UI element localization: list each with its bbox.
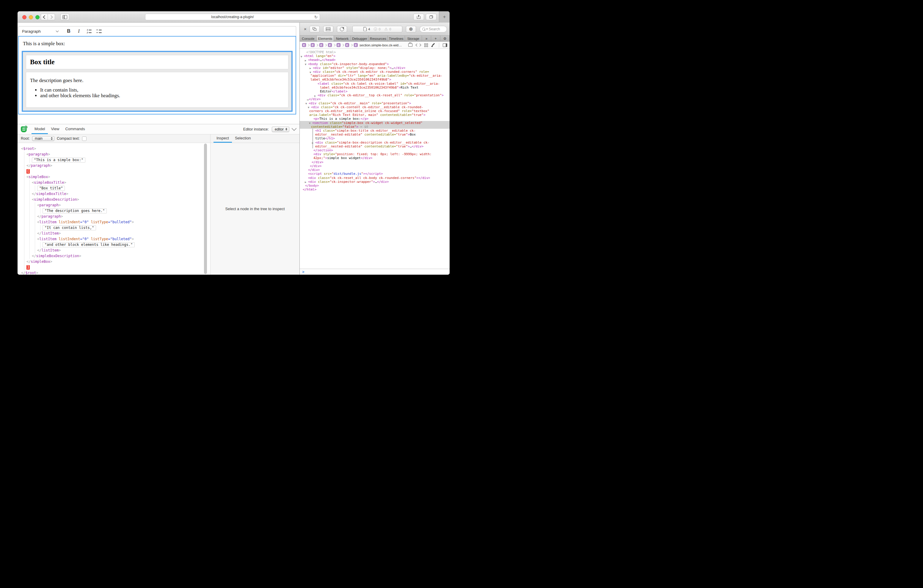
source-code-icon[interactable] bbox=[416, 44, 421, 46]
minimize-window-button[interactable] bbox=[29, 15, 33, 19]
dom-tree-line[interactable]: </body> bbox=[300, 184, 450, 187]
dom-tree-line[interactable]: ▶<div id="editor" style="display: none;"… bbox=[300, 66, 450, 70]
dom-tree-line[interactable]: <h1 class="simple-box-title ck-editor__e… bbox=[300, 129, 450, 133]
inspector-tab-model[interactable]: Model bbox=[31, 124, 48, 134]
dom-tree-line[interactable]: </html> bbox=[300, 187, 450, 191]
devtools-tab-network[interactable]: Network bbox=[334, 36, 351, 41]
model-tree-scrollbar[interactable] bbox=[204, 144, 207, 274]
devtools-tab-console[interactable]: Console bbox=[300, 36, 317, 41]
model-tree-line[interactable]: "This is a simple box:" bbox=[18, 157, 210, 163]
devtools-tab-debugger[interactable]: Debugger bbox=[351, 36, 369, 41]
dom-tree-line[interactable]: title</h1> bbox=[300, 136, 450, 140]
dom-tree-line[interactable]: ▶<div class="ck-inspector-wrapper">…</di… bbox=[300, 180, 450, 184]
model-tree-line[interactable]: <listItem listIndent="0" listType="bulle… bbox=[18, 219, 210, 225]
back-button[interactable] bbox=[41, 14, 48, 20]
italic-button[interactable]: I bbox=[75, 27, 83, 35]
dom-tree-line[interactable]: <div class="ck ck-reset_all ck-body ck-r… bbox=[300, 176, 450, 180]
reload-page-button[interactable] bbox=[337, 26, 347, 33]
dom-tree-line[interactable]: ▼<div class="ck ck-reset ck-editor ck-ro… bbox=[300, 70, 450, 74]
close-inspector-button[interactable]: × bbox=[304, 27, 307, 31]
dom-tree-line[interactable]: </div> bbox=[300, 160, 450, 164]
breadcrumb-current-node[interactable]: section.simple-box.ck-wid… bbox=[360, 43, 402, 47]
inspector-tab-commands[interactable]: Commands bbox=[62, 124, 88, 134]
dom-tree-line[interactable]: </div> bbox=[300, 164, 450, 168]
inspector-side-tab-selection[interactable]: Selection bbox=[232, 135, 254, 143]
quick-console[interactable]: > bbox=[300, 269, 450, 275]
resource-summary[interactable]: 4 ! 0 ⚠ 0 bbox=[352, 26, 402, 33]
model-tree-line[interactable]: <simpleBoxTitle> bbox=[18, 180, 210, 186]
model-tree-line[interactable]: ] bbox=[18, 264, 210, 270]
dom-tree-line[interactable]: ▼<div class="ck ck-editor__main" role="p… bbox=[300, 101, 450, 105]
close-window-button[interactable] bbox=[22, 15, 26, 19]
inspector-tab-view[interactable]: View bbox=[48, 124, 62, 134]
simple-box-title[interactable]: Box title bbox=[26, 55, 288, 69]
simple-box-description[interactable]: The description goes here. It can contai… bbox=[26, 72, 288, 108]
model-tree-line[interactable]: <paragraph> bbox=[18, 202, 210, 208]
model-tree-line[interactable]: <simpleBox> bbox=[18, 174, 210, 180]
breadcrumb-element-badge[interactable]: E bbox=[354, 43, 358, 47]
dom-tree-line[interactable]: ▶<div class="simple-box-description ck-e… bbox=[300, 141, 450, 145]
details-sidebar-icon[interactable] bbox=[443, 43, 447, 47]
dom-tree-line[interactable]: Editor</label> bbox=[300, 89, 450, 94]
element-picker-button[interactable]: ⊕ bbox=[406, 26, 416, 33]
model-tree-line[interactable]: </listItem> bbox=[18, 248, 210, 253]
devtools-tab-storage[interactable]: Storage bbox=[405, 36, 422, 41]
devtools-tab-overflow[interactable]: » bbox=[422, 36, 431, 41]
new-tab-button[interactable]: + bbox=[439, 11, 450, 23]
model-tree-line[interactable]: <listItem listIndent="0" listType="bulle… bbox=[18, 237, 210, 242]
breadcrumb-element-badge[interactable]: E bbox=[302, 43, 306, 47]
model-tree-line[interactable]: "The description goes here." bbox=[18, 208, 210, 214]
dock-bottom-button[interactable] bbox=[323, 26, 333, 33]
breadcrumb-element-badge[interactable]: E bbox=[345, 43, 349, 47]
zoom-window-button[interactable] bbox=[35, 15, 39, 19]
tab-overview-button[interactable] bbox=[426, 14, 437, 20]
devtools-tab-elements[interactable]: Elements bbox=[317, 36, 333, 41]
address-bar[interactable]: localhost/creating-a-plugin/ ↻ bbox=[145, 14, 320, 20]
dom-tree-line[interactable]: <!DOCTYPE html> bbox=[300, 50, 450, 54]
editor-instance-select[interactable]: editor bbox=[272, 126, 289, 132]
devtools-add-tab-button[interactable]: + bbox=[431, 36, 440, 41]
reload-icon[interactable]: ↻ bbox=[314, 15, 318, 19]
dom-tree-line[interactable]: </div> bbox=[300, 168, 450, 172]
dom-tree-line[interactable]: </section> bbox=[300, 148, 450, 152]
dom-tree-line[interactable]: 42px;">simple box widget</div> bbox=[300, 156, 450, 160]
dom-tree-line[interactable]: ▶<head>…</head> bbox=[300, 58, 450, 62]
dom-tree-line[interactable]: label_e63cbbfece34c53ce23501062343f49b8"… bbox=[300, 77, 450, 81]
breadcrumb-element-badge[interactable]: E bbox=[311, 43, 315, 47]
layout-grid-icon[interactable] bbox=[424, 43, 428, 47]
forward-button[interactable] bbox=[48, 14, 55, 20]
breadcrumb-element-badge[interactable]: E bbox=[328, 43, 332, 47]
share-button[interactable] bbox=[413, 14, 424, 20]
devtools-settings-button[interactable]: ⚙ bbox=[440, 36, 450, 41]
model-tree-line[interactable]: </$root> bbox=[18, 270, 210, 275]
dom-tree-line[interactable]: ▼<body class="ck-inspector-body-expanded… bbox=[300, 62, 450, 66]
model-tree-line[interactable]: </simpleBoxDescription> bbox=[18, 253, 210, 259]
dom-tree-line[interactable]: contenteditable="false"> = $0 bbox=[300, 125, 450, 129]
breadcrumb-element-badge[interactable]: E bbox=[337, 43, 340, 47]
numbered-list-button[interactable]: 12 bbox=[85, 27, 93, 35]
model-tree-line[interactable]: "It can contain lists," bbox=[18, 225, 210, 231]
bulleted-list-button[interactable] bbox=[95, 27, 103, 35]
model-tree-line[interactable]: [ bbox=[18, 169, 210, 174]
bold-button[interactable]: B bbox=[65, 27, 72, 35]
model-tree-line[interactable]: "and other block elements like headings.… bbox=[18, 242, 210, 248]
editor-content[interactable]: This is a simple box: Box title The desc… bbox=[18, 36, 296, 115]
inspector-side-tab-inspect[interactable]: Inspect bbox=[214, 135, 232, 143]
model-tree-line[interactable]: <simpleBoxDescription> bbox=[18, 197, 210, 202]
detach-inspector-button[interactable] bbox=[310, 26, 320, 33]
dom-tree-line[interactable]: <p>This is a simple box:</p> bbox=[300, 117, 450, 121]
model-tree-line[interactable]: </paragraph> bbox=[18, 163, 210, 169]
heading-dropdown[interactable]: Paragraph bbox=[22, 29, 58, 34]
dom-tree-line[interactable]: editor__nested-editable" contenteditable… bbox=[300, 133, 450, 136]
collapse-inspector-icon[interactable] bbox=[292, 126, 297, 131]
dom-tree-line[interactable]: <script src="dist/bundle.js"></script> bbox=[300, 172, 450, 176]
model-tree-line[interactable]: </listItem> bbox=[18, 231, 210, 237]
dom-tree-line[interactable]: ▶<div class="ck ck-editor__top ck-reset_… bbox=[300, 94, 450, 97]
sidebar-toggle-button[interactable] bbox=[60, 14, 69, 20]
devtools-tab-resources[interactable]: Resources bbox=[369, 36, 388, 41]
dom-tree-line[interactable]: editor__nested-editable" contenteditable… bbox=[300, 145, 450, 148]
devtools-search-input[interactable]: Search bbox=[420, 26, 447, 33]
model-tree-line[interactable]: </simpleBoxTitle> bbox=[18, 191, 210, 197]
dom-tree-line[interactable]: ▼<div class="ck ck-content ck-editor__ed… bbox=[300, 105, 450, 109]
model-tree-line[interactable]: </simpleBox> bbox=[18, 259, 210, 264]
